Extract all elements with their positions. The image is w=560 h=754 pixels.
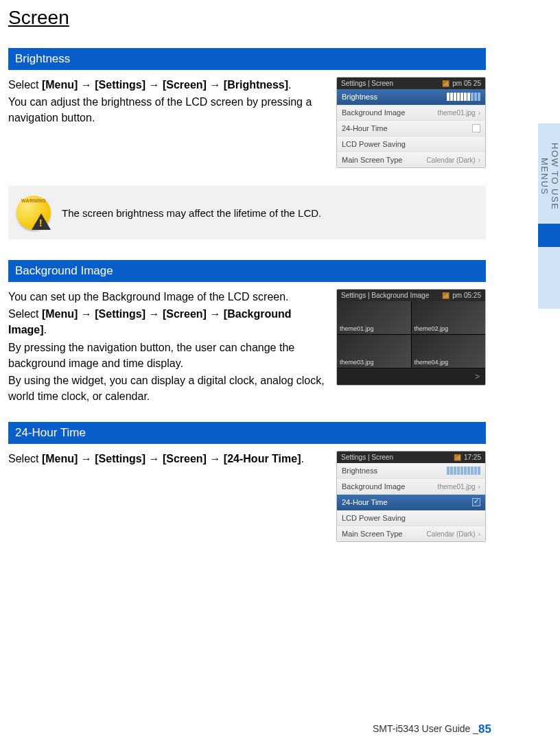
dev-value: theme01.jpg xyxy=(438,483,476,491)
dev-time: pm 05:25 xyxy=(442,292,481,299)
screenshot-bgimage: Settings | Background Image pm 05:25 the… xyxy=(336,289,486,405)
path-arrow: → xyxy=(145,453,163,464)
checkbox-icon xyxy=(472,124,480,132)
dev-label: Brightness xyxy=(342,93,377,101)
side-tab: HOW TO USE MENUS xyxy=(538,123,560,309)
path-screen: [Screen] xyxy=(163,453,207,464)
theme-thumbnail[interactable]: theme01.jpg xyxy=(337,301,411,334)
path-arrow: → xyxy=(78,453,95,464)
path-arrow: → xyxy=(78,79,95,91)
time24-text: Select [Menu] → [Settings] → [Screen] → … xyxy=(8,451,328,542)
thumb-caption: theme01.jpg xyxy=(340,325,374,332)
dev-breadcrumb: Settings | Background Image xyxy=(341,292,429,299)
bgimage-body4: By using the widget, you can display a d… xyxy=(8,373,328,404)
dev-row-lcdpower[interactable]: LCD Power Saving xyxy=(337,510,485,526)
brightness-bars-icon xyxy=(447,467,480,475)
period: . xyxy=(288,79,291,91)
dev-row-24hour[interactable]: 24-Hour Time xyxy=(337,121,485,137)
section-header-bgimage: Background Image xyxy=(8,260,486,282)
page-title: Screen xyxy=(8,7,486,29)
path-screen: [Screen] xyxy=(163,79,207,91)
dev-row-mainscreen[interactable]: Main Screen Type Calendar (Dark)› xyxy=(337,526,485,541)
chevron-right-icon: › xyxy=(478,156,480,164)
path-settings: [Settings] xyxy=(95,79,145,91)
path-menu: [Menu] xyxy=(42,453,78,464)
page-footer: SMT-i5343 User Guide _85 xyxy=(373,722,491,736)
warning-label: WARNING xyxy=(21,198,46,203)
side-tab-lower xyxy=(538,247,560,309)
dev-label: 24-Hour Time xyxy=(342,124,388,132)
dev-value: Calendar (Dark) xyxy=(427,530,476,538)
dev-label: Brightness xyxy=(342,467,377,475)
dev-row-bgimage[interactable]: Background Image theme01.jpg› xyxy=(337,105,485,121)
section-header-brightness: Brightness xyxy=(8,48,486,70)
dev-label: Background Image xyxy=(342,482,405,491)
dev-breadcrumb: Settings | Screen xyxy=(341,80,393,87)
brightness-body2: You can adjust the brightness of the LCD… xyxy=(8,94,328,126)
section-header-24hour: 24-Hour Time xyxy=(8,422,486,444)
dev-label: LCD Power Saving xyxy=(342,140,406,148)
warning-callout: WARNING The screen brightness may affect… xyxy=(8,186,486,239)
path-arrow: → xyxy=(145,308,163,320)
dev-label: Background Image xyxy=(342,108,405,117)
path-screen: [Screen] xyxy=(163,308,207,320)
dev-label: LCD Power Saving xyxy=(342,514,406,522)
dev-row-brightness[interactable]: Brightness xyxy=(337,89,485,105)
path-target: [24-Hour Time] xyxy=(224,453,301,464)
thumb-caption: theme04.jpg xyxy=(415,359,449,366)
dev-row-lcdpower[interactable]: LCD Power Saving xyxy=(337,137,485,152)
dev-label: 24-Hour Time xyxy=(342,498,388,506)
side-tab-label: HOW TO USE MENUS xyxy=(538,123,560,224)
path-menu: [Menu] xyxy=(42,79,78,91)
theme-thumbnail[interactable]: theme03.jpg xyxy=(337,335,411,368)
bgimage-text: You can set up the Background Image of t… xyxy=(8,289,328,405)
checkbox-checked-icon xyxy=(472,498,480,506)
bgimage-body3: By pressing the navigation button, the u… xyxy=(8,340,328,371)
brightness-bars-icon xyxy=(447,93,480,101)
footer-text: SMT-i5343 User Guide _ xyxy=(373,723,478,734)
select-prefix: Select xyxy=(8,308,42,320)
dev-time: pm 05 25 xyxy=(442,80,481,87)
dev-time: 17:25 xyxy=(454,453,481,461)
path-settings: [Settings] xyxy=(95,453,145,464)
path-arrow: → xyxy=(207,79,224,91)
dev-label: Main Screen Type xyxy=(342,530,402,538)
dev-row-bgimage[interactable]: Background Image theme01.jpg› xyxy=(337,479,485,495)
select-prefix: Select xyxy=(8,453,42,464)
dev-label: Main Screen Type xyxy=(342,156,402,164)
brightness-text: Select [Menu] → [Settings] → [Screen] → … xyxy=(8,77,328,168)
theme-thumbnail[interactable]: theme02.jpg xyxy=(412,301,486,334)
dev-value: Calendar (Dark) xyxy=(427,156,476,164)
side-tab-marker xyxy=(538,224,560,247)
theme-thumbnail[interactable]: theme04.jpg xyxy=(412,335,486,368)
chevron-right-icon: › xyxy=(478,530,480,538)
dev-breadcrumb: Settings | Screen xyxy=(341,453,393,461)
path-menu: [Menu] xyxy=(42,308,78,320)
page-number: 85 xyxy=(478,722,491,735)
warning-text: The screen brightness may affect the lif… xyxy=(62,207,321,219)
thumb-caption: theme02.jpg xyxy=(415,325,449,332)
dev-row-brightness[interactable]: Brightness xyxy=(337,463,485,479)
dev-row-24hour[interactable]: 24-Hour Time xyxy=(337,495,485,510)
thumb-caption: theme03.jpg xyxy=(340,359,374,366)
select-prefix: Select xyxy=(8,79,42,91)
dev-row-mainscreen[interactable]: Main Screen Type Calendar (Dark)› xyxy=(337,152,485,167)
chevron-right-icon: › xyxy=(478,483,480,491)
warning-icon: WARNING xyxy=(15,194,52,231)
bgimage-body1: You can set up the Background Image of t… xyxy=(8,289,328,305)
path-arrow: → xyxy=(145,79,163,91)
screenshot-24hour: Settings | Screen 17:25 Brightness Backg… xyxy=(336,451,486,542)
path-settings: [Settings] xyxy=(95,308,145,320)
screenshot-brightness: Settings | Screen pm 05 25 Brightness Ba… xyxy=(336,77,486,168)
nav-next[interactable]: > xyxy=(337,368,485,385)
chevron-right-icon: › xyxy=(478,109,480,117)
period: . xyxy=(301,453,303,464)
path-arrow: → xyxy=(207,308,224,320)
path-target: [Brightness] xyxy=(224,79,288,91)
path-arrow: → xyxy=(207,453,224,464)
path-arrow: → xyxy=(78,308,95,320)
period: . xyxy=(44,324,47,335)
chevron-right-icon: > xyxy=(475,372,480,381)
dev-value: theme01.jpg xyxy=(438,109,476,117)
